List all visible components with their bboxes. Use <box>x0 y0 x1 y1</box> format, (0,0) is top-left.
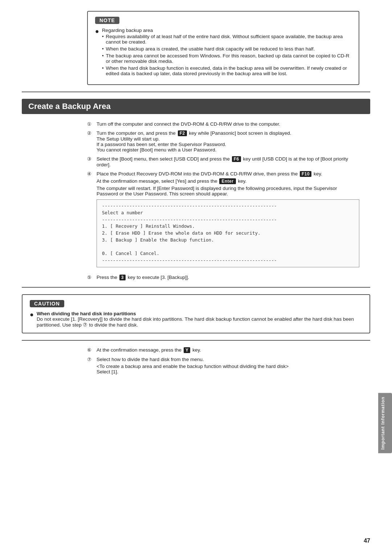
page-number: 47 <box>364 538 370 544</box>
caution-content: ● When dividing the hard disk into parti… <box>30 311 362 328</box>
caution-heading: When dividing the hard disk into partiti… <box>37 311 136 316</box>
step-3: ③ Select the [Boot] menu, then select [U… <box>87 156 359 167</box>
step-2: ② Turn the computer on, and press the F2… <box>87 130 359 153</box>
step-1: ① Turn off the computer and connect the … <box>87 121 359 127</box>
caution-bullet-dot: ● <box>30 311 34 319</box>
step-7-extra: <To create a backup area and enable the … <box>97 364 359 374</box>
step-4-content: Place the Product Recovery DVD-ROM into … <box>97 171 359 271</box>
step-5-num: ⑤ <box>87 275 95 280</box>
note-sub2: • When the backup area is created, the u… <box>102 46 351 52</box>
note-content: ● Regarding backup area • Requires avail… <box>95 28 351 78</box>
key3-badge: 3 <box>119 275 126 280</box>
step-1-num: ① <box>87 121 95 127</box>
step-6-num: ⑥ <box>87 347 95 353</box>
f6-key-badge: F6 <box>232 156 241 162</box>
steps-after-area: ⑥ At the confirmation message, press the… <box>87 347 359 374</box>
screen-divider2: ----------------------------------------… <box>102 216 354 223</box>
note-sub1: • Requires availability of at least half… <box>102 34 351 45</box>
caution-text: Do not execute [1. [Recovery]] to divide… <box>37 316 354 328</box>
caution-bullet: ● When dividing the hard disk into parti… <box>30 311 362 328</box>
screen-option1: 1. [ Recovery ] Reinstall Windows. <box>102 223 354 230</box>
step-2-extra: The Setup Utility will start up. If a pa… <box>97 136 359 153</box>
bullet-dot: ● <box>95 28 99 36</box>
note-bullet1: Regarding backup area • Requires availab… <box>102 28 351 78</box>
step-4: ④ Place the Product Recovery DVD-ROM int… <box>87 171 359 271</box>
step-7-num: ⑦ <box>87 357 95 362</box>
note-sub-bullets: • Requires availability of at least half… <box>102 34 351 76</box>
y-key-badge: Y <box>184 347 191 353</box>
step-3-content: Select the [Boot] menu, then select [USB… <box>97 156 359 167</box>
f10-key-badge: F10 <box>300 171 311 177</box>
step-4-num: ④ <box>87 171 95 177</box>
screen-divider1: ----------------------------------------… <box>102 203 354 210</box>
screen-blank <box>102 244 354 251</box>
step-5: ⑤ Press the 3 key to execute [3. [Backup… <box>87 275 359 280</box>
divider-1 <box>22 92 370 92</box>
note-sub4: • When the hard disk backup function is … <box>102 65 351 76</box>
screen-option2: 2. [ Erase HDD ] Erase the whole data on… <box>102 230 354 237</box>
side-tab: Important Information <box>378 393 392 453</box>
step-2-content: Turn the computer on, and press the F2 k… <box>97 130 359 153</box>
divider-2 <box>22 287 370 288</box>
enter-key-badge: Enter <box>219 178 236 184</box>
step-7: ⑦ Select how to divide the hard disk fro… <box>87 357 359 374</box>
note-label: NOTE <box>95 17 119 24</box>
screen-box: ----------------------------------------… <box>97 199 359 267</box>
screen-divider3: ----------------------------------------… <box>102 257 354 264</box>
step-5-content: Press the 3 key to execute [3. [Backup]]… <box>97 275 359 280</box>
screen-option3: 3. [ Backup ] Enable the Backup function… <box>102 237 354 244</box>
section-header: Create a Backup Area <box>22 99 370 114</box>
screen-line1: Select a number <box>102 210 354 216</box>
divider-3 <box>22 340 370 341</box>
note-sub3: • The backup area cannot be accessed fro… <box>102 53 351 64</box>
step-2-num: ② <box>87 130 95 136</box>
f2-key-badge: F2 <box>178 130 187 136</box>
step-6-content: At the confirmation message, press the Y… <box>97 347 359 353</box>
step-3-num: ③ <box>87 156 95 162</box>
step-7-content: Select how to divide the hard disk from … <box>97 357 359 374</box>
note-box: NOTE ● Regarding backup area • Requires … <box>87 11 359 85</box>
step-6: ⑥ At the confirmation message, press the… <box>87 347 359 353</box>
step-4-extra: At the confirmation message, select [Yes… <box>97 178 359 197</box>
caution-label: CAUTION <box>30 300 64 307</box>
steps-area: ① Turn off the computer and connect the … <box>87 121 359 280</box>
screen-cancel: 0. [ Cancel ] Cancel. <box>102 250 354 257</box>
step-1-content: Turn off the computer and connect the DV… <box>97 121 359 127</box>
caution-box: CAUTION ● When dividing the hard disk in… <box>22 294 370 333</box>
